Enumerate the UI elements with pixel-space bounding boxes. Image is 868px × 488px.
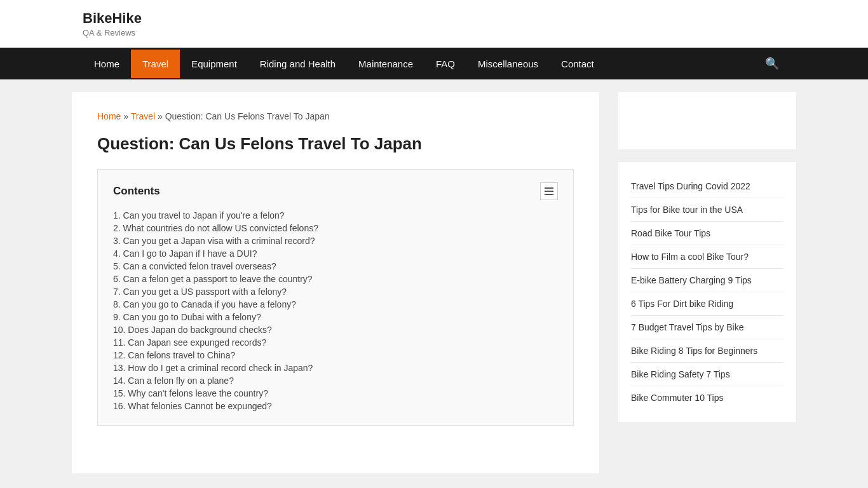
- toc-item-link[interactable]: 10. Does Japan do background checks?: [113, 325, 272, 335]
- toc-item: 15. Why can't felons leave the country?: [113, 387, 558, 400]
- toc-toggle-icon: [545, 187, 553, 195]
- sidebar-link-item: Bike Riding Safety 7 Tips: [631, 363, 783, 386]
- page-title: Question: Can Us Felons Travel To Japan: [97, 134, 574, 154]
- sidebar-link-item: Bike Riding 8 Tips for Beginners: [631, 339, 783, 363]
- site-title: BikeHike: [83, 10, 785, 27]
- nav-item-travel[interactable]: Travel: [131, 50, 180, 78]
- breadcrumb-travel-link[interactable]: Travel: [131, 111, 155, 121]
- toc-item-link[interactable]: 6. Can a felon get a passport to leave t…: [113, 274, 313, 284]
- sidebar-link[interactable]: Bike Riding Safety 7 Tips: [631, 369, 730, 379]
- sidebar-link-item: Travel Tips During Covid 2022: [631, 175, 783, 198]
- sidebar-link-item: Bike Commuter 10 Tips: [631, 386, 783, 409]
- toc-item: 3. Can you get a Japan visa with a crimi…: [113, 234, 558, 247]
- nav-item-contact[interactable]: Contact: [550, 50, 606, 78]
- toc-item: 16. What felonies Cannot be expunged?: [113, 400, 558, 412]
- toc-item-link[interactable]: 3. Can you get a Japan visa with a crimi…: [113, 236, 315, 246]
- nav-item-miscellaneous[interactable]: Miscellaneous: [466, 50, 550, 78]
- toc-item: 11. Can Japan see expunged records?: [113, 336, 558, 349]
- toc-item: 8. Can you go to Canada if you have a fe…: [113, 298, 558, 311]
- nav-item-riding-health[interactable]: Riding and Health: [248, 50, 347, 78]
- toc-item-link[interactable]: 8. Can you go to Canada if you have a fe…: [113, 299, 296, 309]
- breadcrumb: Home » Travel » Question: Can Us Felons …: [97, 111, 574, 121]
- toc-item: 1. Can you travel to Japan if you're a f…: [113, 209, 558, 222]
- toc-item-link[interactable]: 1. Can you travel to Japan if you're a f…: [113, 210, 285, 220]
- sidebar-links-list: Travel Tips During Covid 2022Tips for Bi…: [631, 175, 783, 409]
- nav-item-maintenance[interactable]: Maintenance: [347, 50, 424, 78]
- sidebar-link[interactable]: E-bike Battery Charging 9 Tips: [631, 275, 752, 285]
- nav-item-equipment[interactable]: Equipment: [180, 50, 248, 78]
- toc-item-link[interactable]: 14. Can a felon fly on a plane?: [113, 376, 234, 386]
- sidebar-ad: [618, 92, 796, 149]
- toc-item: 4. Can I go to Japan if I have a DUI?: [113, 247, 558, 260]
- sidebar-link[interactable]: 7 Budget Travel Tips by Bike: [631, 322, 743, 332]
- sidebar-link-item: E-bike Battery Charging 9 Tips: [631, 269, 783, 292]
- toc-toggle-button[interactable]: [540, 182, 558, 200]
- toc-item-link[interactable]: 12. Can felons travel to China?: [113, 350, 235, 360]
- toc-item: 9. Can you go to Dubai with a felony?: [113, 311, 558, 323]
- nav-item-faq[interactable]: FAQ: [424, 50, 466, 78]
- main-nav: Home Travel Equipment Riding and Health …: [0, 48, 868, 79]
- sidebar-link[interactable]: 6 Tips For Dirt bike Riding: [631, 299, 733, 309]
- sidebar-link[interactable]: Road Bike Tour Tips: [631, 228, 710, 238]
- toc-item-link[interactable]: 11. Can Japan see expunged records?: [113, 337, 266, 348]
- sidebar-link[interactable]: Travel Tips During Covid 2022: [631, 181, 750, 191]
- toc-item-link[interactable]: 9. Can you go to Dubai with a felony?: [113, 312, 261, 322]
- sidebar-link-item: How to Film a cool Bike Tour?: [631, 245, 783, 269]
- main-content: Home » Travel » Question: Can Us Felons …: [72, 92, 599, 473]
- toc-list: 1. Can you travel to Japan if you're a f…: [113, 209, 558, 412]
- sidebar-link-item: Tips for Bike tour in the USA: [631, 198, 783, 222]
- sidebar-link-item: 6 Tips For Dirt bike Riding: [631, 292, 783, 316]
- toc-item-link[interactable]: 15. Why can't felons leave the country?: [113, 388, 268, 398]
- nav-items: Home Travel Equipment Riding and Health …: [83, 50, 606, 78]
- toc-title: Contents: [113, 185, 160, 198]
- toc-item: 14. Can a felon fly on a plane?: [113, 374, 558, 387]
- toc-box: Contents 1. Can you travel to Japan if y…: [97, 169, 574, 426]
- sidebar-link[interactable]: How to Film a cool Bike Tour?: [631, 252, 749, 262]
- sidebar: Travel Tips During Covid 2022Tips for Bi…: [618, 92, 796, 473]
- toc-item-link[interactable]: 7. Can you get a US passport with a felo…: [113, 287, 287, 297]
- nav-item-home[interactable]: Home: [83, 50, 131, 78]
- toc-item-link[interactable]: 5. Can a convicted felon travel overseas…: [113, 261, 276, 271]
- sidebar-link[interactable]: Bike Riding 8 Tips for Beginners: [631, 346, 757, 356]
- toc-item: 7. Can you get a US passport with a felo…: [113, 285, 558, 298]
- sidebar-link[interactable]: Bike Commuter 10 Tips: [631, 393, 724, 403]
- toc-item-link[interactable]: 13. How do I get a criminal record check…: [113, 363, 313, 373]
- sidebar-links-widget: Travel Tips During Covid 2022Tips for Bi…: [618, 162, 796, 422]
- toc-item-link[interactable]: 2. What countries do not allow US convic…: [113, 223, 318, 233]
- sidebar-link-item: Road Bike Tour Tips: [631, 222, 783, 245]
- toc-item: 2. What countries do not allow US convic…: [113, 222, 558, 234]
- toc-item-link[interactable]: 4. Can I go to Japan if I have a DUI?: [113, 248, 257, 259]
- site-subtitle: QA & Reviews: [83, 28, 785, 37]
- toc-item: 6. Can a felon get a passport to leave t…: [113, 273, 558, 285]
- toc-item-link[interactable]: 16. What felonies Cannot be expunged?: [113, 401, 272, 411]
- breadcrumb-current: Question: Can Us Felons Travel To Japan: [165, 111, 330, 121]
- search-icon[interactable]: 🔍: [759, 48, 785, 79]
- toc-item: 13. How do I get a criminal record check…: [113, 362, 558, 374]
- toc-item: 12. Can felons travel to China?: [113, 349, 558, 362]
- toc-item: 5. Can a convicted felon travel overseas…: [113, 260, 558, 273]
- sidebar-link[interactable]: Tips for Bike tour in the USA: [631, 205, 743, 215]
- sidebar-link-item: 7 Budget Travel Tips by Bike: [631, 316, 783, 339]
- toc-item: 10. Does Japan do background checks?: [113, 323, 558, 336]
- breadcrumb-home-link[interactable]: Home: [97, 111, 121, 121]
